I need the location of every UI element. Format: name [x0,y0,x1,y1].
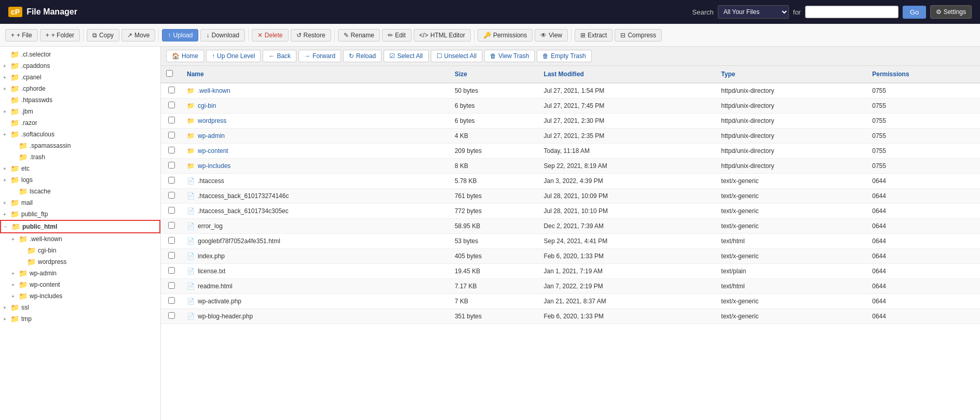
html-editor-icon: </> [419,32,428,39]
row-checkbox[interactable] [168,237,175,244]
select-all-checkbox[interactable] [166,70,173,77]
row-checkbox[interactable] [168,177,175,184]
row-name[interactable]: wp-admin [198,132,225,139]
back-button[interactable]: ← Back [263,50,296,62]
rename-button[interactable]: ✎ Rename [338,29,380,41]
unselect-all-button[interactable]: ☐ Unselect All [431,50,483,62]
sidebar-item-cgi-bin[interactable]: 📁 cgi-bin [0,245,160,256]
view-trash-button[interactable]: 🗑 View Trash [484,50,535,62]
row-name[interactable]: .well-known [198,87,230,94]
sidebar-item-wp-includes[interactable]: + 📁 wp-includes [0,290,160,302]
home-button[interactable]: 🏠 Home [166,50,204,62]
delete-button[interactable]: ✕ Delete [252,29,289,41]
row-name[interactable]: wp-includes [198,162,230,170]
search-scope-select[interactable]: All Your Files This Directory Only File … [718,5,789,19]
col-permissions[interactable]: Permissions [867,66,980,83]
row-checkbox[interactable] [168,312,175,319]
add-folder-button[interactable]: + + Folder [40,29,80,41]
edit-button[interactable]: ✏ Edit [382,29,412,41]
restore-button[interactable]: ↺ Restore [291,29,331,41]
row-checkbox-cell [161,309,182,324]
row-checkbox[interactable] [168,282,175,289]
col-size[interactable]: Size [450,66,539,83]
extract-button[interactable]: ⊞ Extract [575,29,612,41]
compress-button[interactable]: ⊟ Compress [615,29,662,41]
row-checkbox[interactable] [168,267,175,274]
sidebar-item-razor[interactable]: 📁 .razor [0,117,160,129]
html-editor-button[interactable]: </> HTML Editor [414,29,471,41]
row-permissions: 0755 [867,114,980,129]
row-checkbox[interactable] [168,87,175,93]
row-checkbox[interactable] [168,117,175,123]
search-for-label: for [793,8,801,16]
sidebar-item-logs[interactable]: + 📁 logs [0,174,160,186]
row-name[interactable]: wp-content [198,147,228,155]
row-type: httpd/unix-directory [716,159,867,174]
permissions-button[interactable]: 🔑 Permissions [478,29,533,41]
add-file-icon: + [11,32,15,39]
empty-trash-button[interactable]: 🗑 Empty Trash [537,50,591,62]
row-name[interactable]: wordpress [198,117,226,124]
row-checkbox[interactable] [168,207,175,214]
move-button[interactable]: ↗ Move [121,29,155,41]
row-checkbox[interactable] [168,192,175,199]
col-name[interactable]: Name [182,66,450,83]
folder-icon: 📁 [19,235,28,243]
toggle-icon: + [3,86,10,92]
search-go-button[interactable]: Go [903,6,926,19]
file-icon: 📄 [187,192,195,200]
row-checkbox[interactable] [168,252,175,259]
table-row: 📄wp-activate.php7 KBJan 21, 2021, 8:37 A… [161,294,980,309]
extract-icon: ⊞ [580,32,586,39]
sidebar-item-public-html[interactable]: − 📁 public_html [0,220,160,233]
row-checkbox[interactable] [168,297,175,304]
sidebar-item-well-known[interactable]: + 📁 .well-known [0,233,160,245]
table-row: 📁cgi-bin6 bytesJul 27, 2021, 7:45 PMhttp… [161,99,980,114]
row-checkbox[interactable] [168,222,175,229]
sidebar-item-cl-selector[interactable]: 📁 .cl.selector [0,49,160,60]
select-all-button[interactable]: ☑ Select All [384,50,428,62]
search-input[interactable] [805,6,899,18]
toolbar-sep-6 [571,29,571,41]
upload-button[interactable]: ↑ Upload [162,29,198,41]
sidebar-item-spamassassin[interactable]: 📁 .spamassassin [0,140,160,151]
col-type[interactable]: Type [716,66,867,83]
row-type: httpd/unix-directory [716,114,867,129]
sidebar-item-mail[interactable]: + 📁 mail [0,197,160,208]
sidebar-item-jbm[interactable]: + 📁 .jbm [0,106,160,117]
col-modified[interactable]: Last Modified [539,66,716,83]
sidebar-item-softaculous[interactable]: + 📁 .softaculous [0,129,160,140]
unselect-all-icon: ☐ [437,52,442,60]
copy-button[interactable]: ⧉ Copy [87,29,119,41]
sidebar-item-ssl[interactable]: + 📁 ssl [0,302,160,313]
row-modified: Feb 6, 2020, 1:33 PM [539,249,716,264]
sidebar-item-lscache[interactable]: 📁 lscache [0,186,160,197]
row-checkbox[interactable] [168,147,175,153]
sidebar-item-wp-content[interactable]: + 📁 wp-content [0,279,160,290]
sidebar-item-wordpress[interactable]: 📁 wordpress [0,256,160,268]
toggle-icon: + [3,177,10,183]
sidebar-item-public-ftp[interactable]: + 📁 public_ftp [0,208,160,220]
up-one-level-button[interactable]: ↑ Up One Level [206,50,261,62]
sidebar-item-cpanel[interactable]: + 📁 .cpanel [0,72,160,83]
reload-button[interactable]: ↻ Reload [343,50,382,62]
view-button[interactable]: 👁 View [535,29,568,41]
download-button[interactable]: ↓ Download [200,29,244,41]
add-file-button[interactable]: + + File [5,29,38,41]
sidebar-item-trash[interactable]: 📁 .trash [0,151,160,163]
row-size: 761 bytes [450,189,539,204]
row-name[interactable]: cgi-bin [198,102,216,109]
row-checkbox-cell [161,219,182,234]
sidebar-item-cphorde[interactable]: + 📁 .cphorde [0,83,160,94]
row-checkbox[interactable] [168,132,175,138]
forward-button[interactable]: → Forward [298,50,341,62]
settings-button[interactable]: ⚙ Settings [930,5,972,19]
sidebar-item-wp-admin[interactable]: + 📁 wp-admin [0,268,160,279]
sidebar-item-etc[interactable]: + 📁 etc [0,163,160,174]
sidebar-item-htpasswds[interactable]: 📁 .htpasswds [0,94,160,106]
row-checkbox[interactable] [168,162,175,169]
sidebar-item-tmp[interactable]: + 📁 tmp [0,313,160,325]
file-icon: 📄 [187,298,195,305]
row-checkbox[interactable] [168,102,175,108]
sidebar-item-cpaddons[interactable]: + 📁 .cpaddons [0,60,160,72]
